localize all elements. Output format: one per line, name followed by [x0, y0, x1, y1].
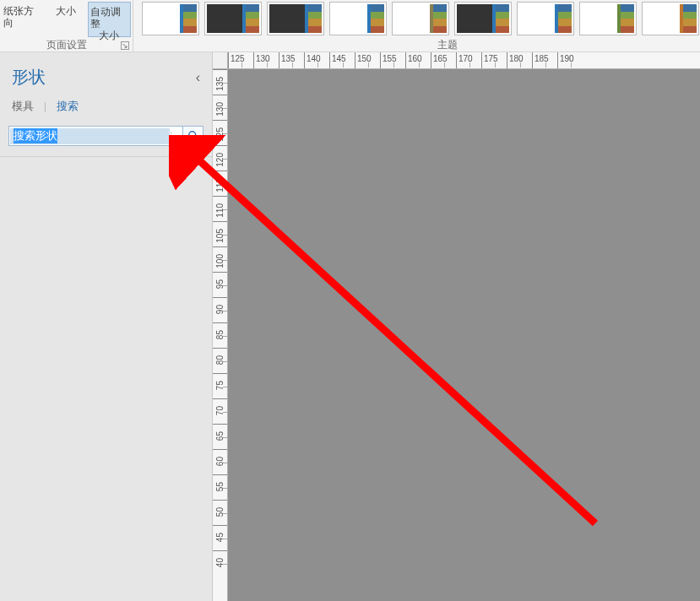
ruler-tick-label: 75: [215, 381, 225, 390]
theme-thumb[interactable]: [142, 2, 199, 35]
ruler-tick-label: 95: [215, 279, 225, 289]
ruler-tick: 40: [213, 550, 227, 576]
ruler-tick: 155: [380, 52, 405, 68]
ruler-corner: [213, 52, 228, 69]
auto-fit-size-button[interactable]: 自动调整 大小: [88, 2, 131, 37]
page-setup-launcher-icon[interactable]: ↘: [121, 41, 129, 50]
ruler-tick-label: 170: [459, 54, 473, 63]
shapes-panel-title: 形状: [12, 66, 46, 89]
ribbon-group-page-setup: 纸张方向 大小 自动调整 大小 页面设置 ↘: [0, 0, 133, 51]
theme-thumb[interactable]: [267, 2, 324, 35]
tab-separator: |: [44, 100, 46, 112]
tab-search[interactable]: 搜索: [57, 100, 79, 112]
ruler-tick-label: 135: [281, 54, 296, 63]
ruler-tick-label: 135: [215, 77, 225, 91]
ruler-tick-label: 125: [231, 54, 245, 63]
ruler-tick-label: 90: [215, 305, 225, 314]
ruler-tick-label: 180: [509, 54, 524, 63]
shape-search-input[interactable]: [10, 128, 170, 144]
panel-divider: [0, 156, 212, 157]
ruler-tick: 145: [329, 52, 355, 68]
themes-group-text: 主题: [437, 39, 458, 51]
ruler-tick: 55: [213, 474, 227, 500]
page-setup-group-text: 页面设置: [46, 39, 87, 51]
ruler-tick-label: 50: [215, 507, 225, 517]
search-dropdown-icon[interactable]: ▾: [171, 132, 182, 141]
drawing-canvas[interactable]: [228, 69, 700, 601]
shapes-panel-header: 形状 ‹: [0, 52, 212, 95]
paper-size-button[interactable]: 大小: [45, 2, 88, 37]
ruler-tick: 165: [431, 52, 456, 68]
ruler-tick: 125: [228, 52, 253, 68]
ruler-tick-label: 70: [215, 406, 225, 415]
collapse-icon[interactable]: ‹: [196, 70, 200, 85]
theme-thumb[interactable]: [329, 2, 387, 35]
ruler-tick-label: 140: [307, 54, 321, 63]
shape-search-button[interactable]: [183, 126, 203, 146]
ruler-tick-label: 185: [534, 54, 549, 63]
auto-fit-label-1: 自动调整: [90, 6, 128, 30]
ruler-tick-label: 165: [433, 54, 448, 63]
ruler-tick: 190: [557, 52, 583, 68]
shape-search-box: ▾: [8, 126, 183, 146]
ruler-tick: 65: [213, 424, 227, 449]
ruler-tick-label: 55: [215, 482, 225, 491]
ruler-tick-label: 45: [215, 533, 225, 542]
shapes-panel: 形状 ‹ 模具 | 搜索 ▾: [0, 52, 213, 601]
ruler-tick-label: 105: [215, 229, 225, 243]
ruler-tick: 45: [213, 525, 227, 550]
ruler-tick-label: 125: [215, 127, 225, 142]
theme-thumb[interactable]: [579, 2, 637, 35]
ruler-tick: 75: [213, 373, 227, 398]
ruler-tick: 115: [213, 171, 227, 196]
ruler-tick: 120: [213, 145, 227, 171]
ruler-tick: 130: [213, 95, 227, 120]
theme-thumb[interactable]: [454, 2, 512, 35]
theme-thumb[interactable]: [204, 2, 262, 35]
svg-point-0: [188, 132, 195, 138]
ruler-tick: 100: [213, 246, 227, 272]
ruler-tick-label: 130: [256, 54, 270, 63]
ruler-tick: 150: [355, 52, 380, 68]
theme-thumb[interactable]: [642, 2, 699, 35]
ruler-tick-label: 120: [215, 153, 225, 167]
ruler-tick: 180: [507, 52, 532, 68]
ruler-tick: 90: [213, 297, 227, 322]
svg-line-1: [194, 138, 198, 141]
ruler-tick: 130: [253, 52, 279, 68]
ruler-tick-label: 80: [215, 355, 225, 365]
ruler-tick: 140: [304, 52, 329, 68]
ruler-tick: 135: [213, 69, 227, 95]
ruler-tick: 80: [213, 348, 227, 373]
shapes-panel-tabs: 模具 | 搜索: [0, 95, 212, 126]
theme-thumb[interactable]: [392, 2, 449, 35]
ruler-tick-label: 130: [215, 102, 225, 116]
search-icon: [187, 130, 199, 142]
orientation-label: 纸张方向: [3, 5, 43, 29]
paper-size-label: 大小: [56, 5, 76, 17]
shape-search-row: ▾: [8, 126, 203, 146]
ruler-tick-label: 155: [383, 54, 397, 63]
orientation-button[interactable]: 纸张方向: [2, 2, 45, 37]
tab-stencil[interactable]: 模具: [12, 100, 34, 112]
themes-group-label: 主题: [133, 38, 700, 51]
ruler-tick-label: 85: [215, 330, 225, 339]
ruler-tick: 135: [279, 52, 304, 68]
ruler-tick: 50: [213, 500, 227, 525]
ruler-tick: 170: [456, 52, 481, 68]
ruler-tick-label: 65: [215, 431, 225, 441]
vertical-ruler[interactable]: 1351301251201151101051009590858075706560…: [213, 69, 228, 601]
theme-gallery: [133, 0, 700, 38]
ruler-tick: 105: [213, 221, 227, 246]
ruler-tick: 125: [213, 120, 227, 145]
page-setup-group-label: 页面设置 ↘: [0, 38, 133, 51]
ruler-tick: 70: [213, 398, 227, 424]
ruler-tick: 85: [213, 322, 227, 348]
theme-thumb[interactable]: [517, 2, 574, 35]
ruler-tick: 175: [481, 52, 507, 68]
ruler-tick: 95: [213, 272, 227, 297]
ruler-tick-label: 150: [357, 54, 372, 63]
horizontal-ruler[interactable]: 1251301351401451501551601651701751801851…: [228, 52, 700, 69]
ruler-tick-label: 175: [484, 54, 498, 63]
ruler-tick-label: 100: [215, 254, 225, 268]
